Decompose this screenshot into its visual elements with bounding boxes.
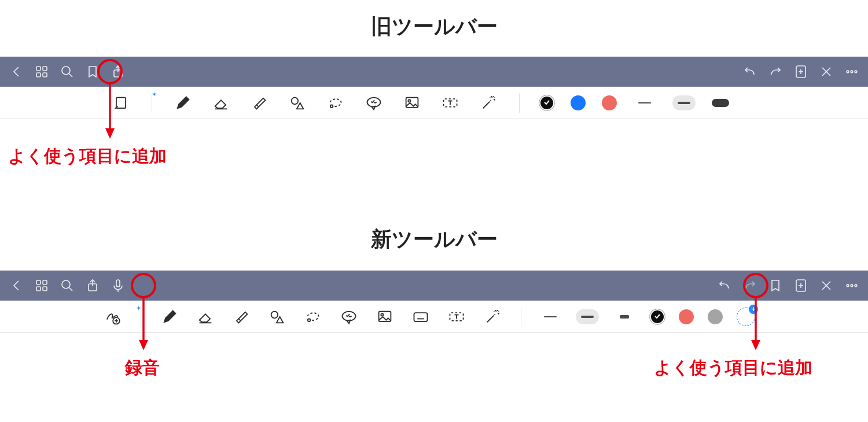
- stroke-medium-button[interactable]: [672, 95, 696, 110]
- sticker-icon[interactable]: [363, 92, 385, 114]
- more-icon[interactable]: [839, 59, 865, 84]
- bookmark-icon[interactable]: [763, 273, 788, 298]
- pen-icon[interactable]: [172, 92, 194, 114]
- undo-icon[interactable]: [712, 273, 737, 298]
- laser-icon[interactable]: [481, 306, 503, 328]
- back-icon[interactable]: [3, 273, 29, 298]
- share-icon[interactable]: [105, 59, 131, 84]
- shapes-icon[interactable]: [286, 92, 308, 114]
- new-topbar: [0, 271, 868, 301]
- textbox-icon[interactable]: [446, 306, 468, 328]
- mic-icon[interactable]: [105, 273, 131, 298]
- color-swatch-black[interactable]: [650, 309, 665, 324]
- sticker-icon[interactable]: [338, 306, 360, 328]
- image-icon[interactable]: [374, 306, 396, 328]
- svg-marker-44: [751, 340, 760, 350]
- add-page-icon[interactable]: [788, 273, 814, 298]
- svg-marker-42: [139, 340, 148, 350]
- color-swatch-red[interactable]: [602, 95, 617, 110]
- keyboard-icon[interactable]: [410, 306, 432, 328]
- search-icon[interactable]: [54, 273, 80, 298]
- eraser-icon[interactable]: [194, 306, 216, 328]
- svg-marker-40: [105, 128, 115, 139]
- back-icon[interactable]: [3, 59, 29, 84]
- annotation-label-old-bookmark: よく使う項目に追加: [8, 145, 167, 168]
- pen-icon[interactable]: [159, 306, 181, 328]
- color-swatch-red[interactable]: [679, 309, 694, 324]
- close-icon[interactable]: [814, 59, 839, 84]
- image-icon[interactable]: [401, 92, 423, 114]
- share-icon[interactable]: [80, 273, 105, 298]
- search-icon[interactable]: [54, 59, 80, 84]
- stroke-thick-button[interactable]: [613, 309, 636, 324]
- line-style-button[interactable]: [712, 99, 729, 107]
- laser-icon[interactable]: [477, 92, 499, 114]
- separator: [521, 307, 521, 327]
- textbox-icon[interactable]: [439, 92, 461, 114]
- redo-icon[interactable]: [737, 273, 763, 298]
- old-tool-toolbar: ✶: [0, 87, 868, 119]
- highlighter-icon[interactable]: [248, 92, 270, 114]
- scribble-add-icon[interactable]: [101, 306, 123, 328]
- grid-icon[interactable]: [29, 273, 54, 298]
- annotation-arrow: [138, 298, 155, 351]
- redo-icon[interactable]: [763, 59, 788, 84]
- undo-icon[interactable]: [737, 59, 763, 84]
- annotation-arrow: [750, 298, 767, 351]
- highlighter-icon[interactable]: [230, 306, 252, 328]
- old-topbar: [0, 57, 868, 87]
- close-icon[interactable]: [814, 273, 839, 298]
- more-icon[interactable]: [839, 273, 865, 298]
- add-page-icon[interactable]: [788, 59, 814, 84]
- annotation-label-new-mic: 録音: [125, 356, 160, 380]
- lasso-icon[interactable]: [325, 92, 347, 114]
- annotation-label-new-bookmark: よく使う項目に追加: [654, 356, 812, 380]
- heading-new: 新ツールバー: [0, 225, 868, 254]
- annotation-arrow: [104, 84, 122, 140]
- separator: [519, 93, 520, 113]
- color-swatch-grey[interactable]: [708, 309, 723, 324]
- color-swatch-black[interactable]: [539, 95, 554, 110]
- lasso-icon[interactable]: [302, 306, 324, 328]
- color-swatch-blue[interactable]: [571, 95, 586, 110]
- bookmark-icon[interactable]: [80, 59, 105, 84]
- stroke-thin-button[interactable]: [633, 95, 656, 110]
- grid-icon[interactable]: [29, 59, 54, 84]
- shapes-icon[interactable]: [266, 306, 288, 328]
- eraser-icon[interactable]: [210, 92, 232, 114]
- stroke-medium-button[interactable]: [576, 309, 599, 324]
- bluetooth-indicator-icon: ✶: [152, 91, 157, 98]
- stroke-thin-button[interactable]: [539, 309, 562, 324]
- new-tool-toolbar: ✶ +: [0, 301, 868, 333]
- heading-old: 旧ツールバー: [0, 13, 868, 41]
